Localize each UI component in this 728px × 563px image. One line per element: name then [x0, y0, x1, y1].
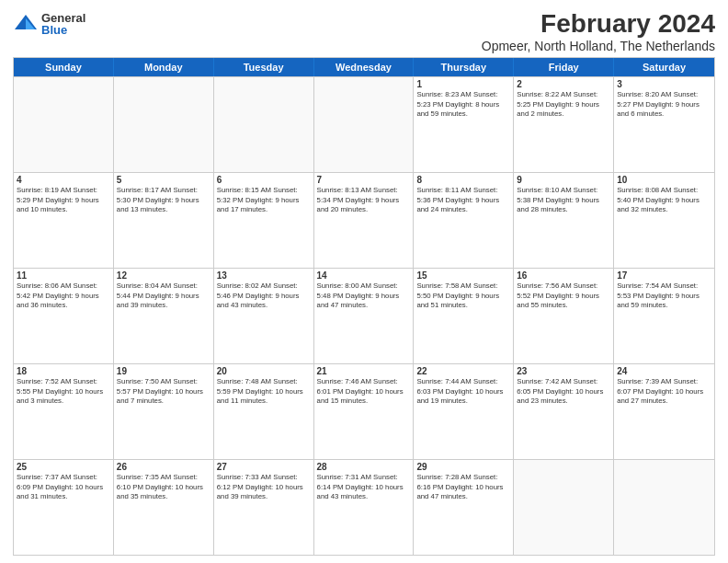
- day-info: Sunrise: 8:04 AM Sunset: 5:44 PM Dayligh…: [117, 282, 210, 311]
- day-info: Sunrise: 8:10 AM Sunset: 5:38 PM Dayligh…: [517, 186, 610, 215]
- calendar-cell: [314, 77, 415, 172]
- logo-text: General Blue: [41, 12, 85, 36]
- header-day-monday: Monday: [114, 58, 214, 76]
- calendar-body: 1Sunrise: 8:23 AM Sunset: 5:23 PM Daylig…: [14, 76, 714, 555]
- day-number: 24: [617, 366, 711, 376]
- day-number: 13: [217, 270, 311, 281]
- day-number: 19: [117, 366, 210, 376]
- calendar-cell: 21Sunrise: 7:46 AM Sunset: 6:01 PM Dayli…: [314, 364, 415, 459]
- day-info: Sunrise: 8:02 AM Sunset: 5:46 PM Dayligh…: [217, 282, 311, 311]
- calendar-cell: 18Sunrise: 7:52 AM Sunset: 5:55 PM Dayli…: [14, 364, 114, 459]
- calendar-cell: [214, 77, 314, 172]
- calendar-cell: 7Sunrise: 8:13 AM Sunset: 5:34 PM Daylig…: [314, 173, 415, 268]
- day-info: Sunrise: 7:28 AM Sunset: 6:16 PM Dayligh…: [416, 473, 510, 502]
- logo-icon: [13, 11, 39, 37]
- day-info: Sunrise: 7:33 AM Sunset: 6:12 PM Dayligh…: [217, 473, 311, 502]
- calendar-row-3: 18Sunrise: 7:52 AM Sunset: 5:55 PM Dayli…: [14, 363, 714, 459]
- day-number: 8: [416, 175, 510, 185]
- calendar-cell: [614, 460, 714, 555]
- day-number: 6: [217, 175, 311, 185]
- header-day-saturday: Saturday: [614, 58, 714, 76]
- day-number: 3: [617, 79, 711, 89]
- calendar-cell: 27Sunrise: 7:33 AM Sunset: 6:12 PM Dayli…: [214, 460, 314, 555]
- day-number: 29: [416, 462, 510, 472]
- calendar-cell: 28Sunrise: 7:31 AM Sunset: 6:14 PM Dayli…: [314, 460, 415, 555]
- logo: General Blue: [13, 11, 85, 37]
- calendar-row-0: 1Sunrise: 8:23 AM Sunset: 5:23 PM Daylig…: [14, 76, 714, 172]
- title-block: February 2024 Opmeer, North Holland, The…: [482, 9, 715, 53]
- calendar-row-2: 11Sunrise: 8:06 AM Sunset: 5:42 PM Dayli…: [14, 268, 714, 363]
- header-day-thursday: Thursday: [414, 58, 514, 76]
- logo-blue-label: Blue: [41, 24, 85, 36]
- day-number: 15: [416, 270, 510, 281]
- location-label: Opmeer, North Holland, The Netherlands: [482, 39, 715, 53]
- calendar-cell: 22Sunrise: 7:44 AM Sunset: 6:03 PM Dayli…: [414, 364, 514, 459]
- day-number: 12: [117, 270, 210, 281]
- day-info: Sunrise: 7:46 AM Sunset: 6:01 PM Dayligh…: [317, 377, 411, 407]
- day-number: 23: [517, 366, 610, 376]
- day-number: 20: [217, 366, 311, 376]
- calendar-cell: 1Sunrise: 8:23 AM Sunset: 5:23 PM Daylig…: [414, 77, 514, 172]
- day-number: 11: [17, 270, 110, 281]
- calendar-cell: 23Sunrise: 7:42 AM Sunset: 6:05 PM Dayli…: [514, 364, 614, 459]
- day-info: Sunrise: 7:52 AM Sunset: 5:55 PM Dayligh…: [17, 377, 110, 407]
- day-number: 5: [117, 175, 210, 185]
- calendar-cell: 17Sunrise: 7:54 AM Sunset: 5:53 PM Dayli…: [614, 269, 714, 363]
- day-number: 25: [17, 462, 110, 472]
- header: General Blue February 2024 Opmeer, North…: [13, 9, 715, 53]
- day-number: 26: [117, 462, 210, 472]
- day-info: Sunrise: 7:31 AM Sunset: 6:14 PM Dayligh…: [317, 473, 411, 502]
- header-day-tuesday: Tuesday: [214, 58, 314, 76]
- day-number: 16: [517, 270, 610, 281]
- calendar-row-1: 4Sunrise: 8:19 AM Sunset: 5:29 PM Daylig…: [14, 172, 714, 268]
- month-year-title: February 2024: [482, 9, 715, 39]
- day-info: Sunrise: 8:22 AM Sunset: 5:25 PM Dayligh…: [517, 90, 610, 120]
- calendar-cell: [114, 77, 214, 172]
- calendar-cell: 29Sunrise: 7:28 AM Sunset: 6:16 PM Dayli…: [414, 460, 514, 555]
- calendar-cell: 19Sunrise: 7:50 AM Sunset: 5:57 PM Dayli…: [114, 364, 214, 459]
- calendar-cell: 13Sunrise: 8:02 AM Sunset: 5:46 PM Dayli…: [214, 269, 314, 363]
- day-info: Sunrise: 8:13 AM Sunset: 5:34 PM Dayligh…: [317, 186, 411, 215]
- header-day-sunday: Sunday: [14, 58, 114, 76]
- calendar-row-4: 25Sunrise: 7:37 AM Sunset: 6:09 PM Dayli…: [14, 459, 714, 555]
- day-info: Sunrise: 7:54 AM Sunset: 5:53 PM Dayligh…: [617, 282, 711, 311]
- day-number: 10: [617, 175, 711, 185]
- calendar-cell: 12Sunrise: 8:04 AM Sunset: 5:44 PM Dayli…: [114, 269, 214, 363]
- calendar-cell: 2Sunrise: 8:22 AM Sunset: 5:25 PM Daylig…: [514, 77, 614, 172]
- day-number: 4: [17, 175, 110, 185]
- day-number: 7: [317, 175, 411, 185]
- calendar-cell: 9Sunrise: 8:10 AM Sunset: 5:38 PM Daylig…: [514, 173, 614, 268]
- day-info: Sunrise: 8:17 AM Sunset: 5:30 PM Dayligh…: [117, 186, 210, 215]
- day-info: Sunrise: 8:20 AM Sunset: 5:27 PM Dayligh…: [617, 90, 711, 120]
- day-number: 27: [217, 462, 311, 472]
- header-day-friday: Friday: [514, 58, 614, 76]
- day-info: Sunrise: 7:35 AM Sunset: 6:10 PM Dayligh…: [117, 473, 210, 502]
- day-info: Sunrise: 7:44 AM Sunset: 6:03 PM Dayligh…: [416, 377, 510, 407]
- day-number: 14: [317, 270, 411, 281]
- day-info: Sunrise: 7:42 AM Sunset: 6:05 PM Dayligh…: [517, 377, 610, 407]
- calendar-cell: 10Sunrise: 8:08 AM Sunset: 5:40 PM Dayli…: [614, 173, 714, 268]
- day-info: Sunrise: 8:19 AM Sunset: 5:29 PM Dayligh…: [17, 186, 110, 215]
- calendar-cell: 8Sunrise: 8:11 AM Sunset: 5:36 PM Daylig…: [414, 173, 514, 268]
- calendar: SundayMondayTuesdayWednesdayThursdayFrid…: [13, 57, 715, 556]
- day-info: Sunrise: 8:11 AM Sunset: 5:36 PM Dayligh…: [416, 186, 510, 215]
- day-info: Sunrise: 7:58 AM Sunset: 5:50 PM Dayligh…: [416, 282, 510, 311]
- calendar-cell: 6Sunrise: 8:15 AM Sunset: 5:32 PM Daylig…: [214, 173, 314, 268]
- calendar-cell: 3Sunrise: 8:20 AM Sunset: 5:27 PM Daylig…: [614, 77, 714, 172]
- page: General Blue February 2024 Opmeer, North…: [0, 0, 728, 563]
- calendar-cell: 20Sunrise: 7:48 AM Sunset: 5:59 PM Dayli…: [214, 364, 314, 459]
- calendar-cell: 11Sunrise: 8:06 AM Sunset: 5:42 PM Dayli…: [14, 269, 114, 363]
- calendar-cell: 24Sunrise: 7:39 AM Sunset: 6:07 PM Dayli…: [614, 364, 714, 459]
- day-number: 18: [17, 366, 110, 376]
- calendar-cell: 14Sunrise: 8:00 AM Sunset: 5:48 PM Dayli…: [314, 269, 415, 363]
- day-info: Sunrise: 7:39 AM Sunset: 6:07 PM Dayligh…: [617, 377, 711, 407]
- day-info: Sunrise: 8:08 AM Sunset: 5:40 PM Dayligh…: [617, 186, 711, 215]
- calendar-cell: 4Sunrise: 8:19 AM Sunset: 5:29 PM Daylig…: [14, 173, 114, 268]
- day-info: Sunrise: 8:23 AM Sunset: 5:23 PM Dayligh…: [416, 90, 510, 120]
- calendar-cell: 26Sunrise: 7:35 AM Sunset: 6:10 PM Dayli…: [114, 460, 214, 555]
- calendar-cell: 16Sunrise: 7:56 AM Sunset: 5:52 PM Dayli…: [514, 269, 614, 363]
- day-number: 2: [517, 79, 610, 89]
- day-info: Sunrise: 7:37 AM Sunset: 6:09 PM Dayligh…: [17, 473, 110, 502]
- header-day-wednesday: Wednesday: [314, 58, 415, 76]
- day-info: Sunrise: 7:48 AM Sunset: 5:59 PM Dayligh…: [217, 377, 311, 407]
